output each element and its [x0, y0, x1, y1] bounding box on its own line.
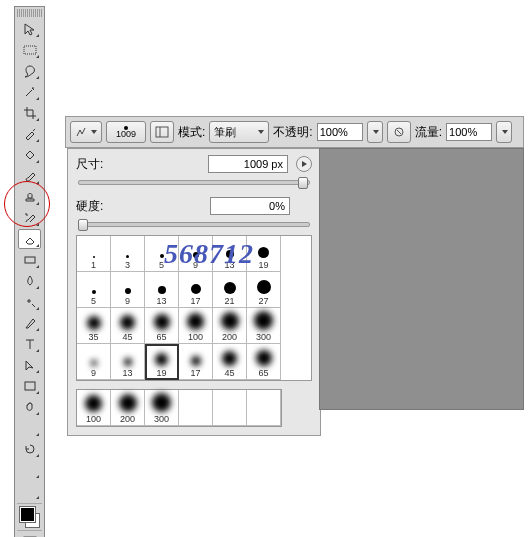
brush-preset[interactable]: 200 [111, 390, 145, 426]
brush-preset[interactable]: 13 [213, 236, 247, 272]
pressure-opacity-button[interactable] [387, 121, 411, 143]
palette-grip[interactable] [17, 9, 42, 17]
size-slider[interactable] [78, 177, 310, 187]
brush-panel-button[interactable] [150, 121, 174, 143]
fg-color[interactable] [20, 507, 35, 522]
brush-preset[interactable]: 65 [247, 344, 281, 380]
svg-rect-0 [24, 46, 36, 54]
brush-preset[interactable]: 45 [213, 344, 247, 380]
move-tool[interactable] [18, 19, 41, 39]
eraser-tool[interactable] [18, 229, 41, 249]
brush-preset[interactable]: 13 [145, 272, 179, 308]
history-brush-tool[interactable] [18, 208, 41, 228]
tool-palette [14, 6, 45, 537]
pen-tool[interactable] [18, 313, 41, 333]
blur-tool[interactable] [18, 271, 41, 291]
brush-grid: 1359131959131721273545651002003009131917… [76, 235, 312, 381]
3d-orbit-tool[interactable] [18, 481, 41, 501]
opacity-label: 不透明: [273, 124, 312, 141]
brush-grid-extra: 100200300 [76, 389, 282, 427]
hardness-input[interactable] [210, 197, 290, 215]
flow-label: 流量: [415, 124, 442, 141]
brush-preset-button[interactable]: 1009 [106, 121, 146, 143]
rect-marquee-tool[interactable] [18, 40, 41, 60]
flow-dropdown[interactable] [496, 121, 512, 143]
rectangle-tool[interactable] [18, 376, 41, 396]
brush-panel: 尺寸: 硬度: 13591319591317212735456510020030… [67, 148, 321, 436]
quickmask-icon[interactable] [18, 533, 41, 537]
heal-tool[interactable] [18, 145, 41, 165]
dodge-tool[interactable] [18, 292, 41, 312]
brush-preset[interactable]: 65 [145, 308, 179, 344]
flyout-button[interactable] [296, 156, 312, 172]
flow-input[interactable] [446, 123, 492, 141]
brush-preset[interactable]: 21 [213, 272, 247, 308]
opacity-input[interactable] [317, 123, 363, 141]
3d-rotate-tool[interactable] [18, 460, 41, 480]
path-select-tool[interactable] [18, 355, 41, 375]
brush-preset[interactable]: 9 [179, 236, 213, 272]
hardness-label: 硬度: [76, 198, 116, 215]
brush-preset[interactable]: 5 [145, 236, 179, 272]
brush-preset[interactable]: 27 [247, 272, 281, 308]
gradient-tool[interactable] [18, 250, 41, 270]
hand-tool[interactable] [18, 397, 41, 417]
svg-rect-8 [156, 127, 168, 137]
stamp-tool[interactable] [18, 187, 41, 207]
eyedropper-tool[interactable] [18, 124, 41, 144]
options-bar: 1009 模式: 筆刷 不透明: 流量: [65, 116, 524, 148]
opacity-dropdown[interactable] [367, 121, 383, 143]
brush-preset[interactable]: 300 [247, 308, 281, 344]
brush-preset[interactable]: 19 [145, 344, 179, 380]
brush-preset[interactable]: 35 [77, 308, 111, 344]
brush-preset[interactable]: 3 [111, 236, 145, 272]
lasso-tool[interactable] [18, 61, 41, 81]
brush-preset[interactable]: 5 [77, 272, 111, 308]
brush-tool[interactable] [18, 166, 41, 186]
hardness-slider[interactable] [78, 219, 310, 229]
mode-select[interactable]: 筆刷 [209, 121, 269, 143]
svg-rect-2 [25, 382, 35, 390]
size-label: 尺寸: [76, 156, 116, 173]
canvas-area[interactable] [319, 148, 524, 410]
svg-rect-1 [25, 257, 35, 263]
color-swatches[interactable] [19, 506, 40, 528]
brush-preset[interactable]: 200 [213, 308, 247, 344]
zoom-tool[interactable] [18, 418, 41, 438]
brush-preset[interactable]: 1 [77, 236, 111, 272]
rotate-view-tool[interactable] [18, 439, 41, 459]
brush-preset[interactable]: 9 [111, 272, 145, 308]
brush-preset[interactable]: 9 [77, 344, 111, 380]
size-input[interactable] [208, 155, 288, 173]
brush-preset[interactable]: 17 [179, 272, 213, 308]
brush-preset[interactable]: 100 [179, 308, 213, 344]
brush-preset[interactable]: 13 [111, 344, 145, 380]
brush-preset[interactable]: 100 [77, 390, 111, 426]
type-tool[interactable] [18, 334, 41, 354]
brush-preset[interactable]: 17 [179, 344, 213, 380]
magic-wand-tool[interactable] [18, 82, 41, 102]
tool-preset-button[interactable] [70, 121, 102, 143]
brush-preset[interactable]: 45 [111, 308, 145, 344]
brush-preset[interactable]: 19 [247, 236, 281, 272]
brush-preset[interactable]: 300 [145, 390, 179, 426]
mode-label: 模式: [178, 124, 205, 141]
crop-tool[interactable] [18, 103, 41, 123]
